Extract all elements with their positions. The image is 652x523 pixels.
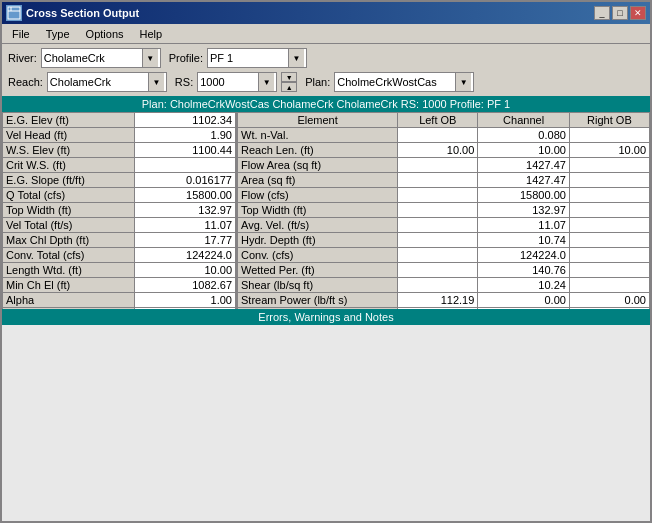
- left-value-10: 10.00: [134, 263, 235, 278]
- left-label-3: Crit W.S. (ft): [3, 158, 135, 173]
- toolbar-row2: Reach: ▼ RS: ▼ ▼ ▲ Plan: ▼: [2, 72, 650, 96]
- rs-dropdown-arrow[interactable]: ▼: [258, 73, 274, 91]
- right-channel-5: 132.97: [478, 203, 570, 218]
- left-value-9: 124224.0: [134, 248, 235, 263]
- plan-input[interactable]: [335, 73, 455, 91]
- rs-input[interactable]: [198, 73, 258, 91]
- right-element-2: Flow Area (sq ft): [238, 158, 398, 173]
- right-channel-7: 10.74: [478, 233, 570, 248]
- left-label-8: Max Chl Dpth (ft): [3, 233, 135, 248]
- right-left-ob-7: [398, 233, 478, 248]
- left-value-1: 1.90: [134, 128, 235, 143]
- left-value-3: [134, 158, 235, 173]
- right-channel-4: 15800.00: [478, 188, 570, 203]
- reach-section: Reach: ▼: [8, 72, 167, 92]
- right-right-ob-6: [569, 218, 649, 233]
- rs-spin-down[interactable]: ▼: [281, 72, 297, 82]
- rs-combo[interactable]: ▼: [197, 72, 277, 92]
- profile-label: Profile:: [169, 52, 203, 64]
- left-label-9: Conv. Total (cfs): [3, 248, 135, 263]
- reach-combo[interactable]: ▼: [47, 72, 167, 92]
- reach-input[interactable]: [48, 73, 148, 91]
- reach-dropdown-arrow[interactable]: ▼: [148, 73, 164, 91]
- right-table-row: Area (sq ft) 1427.47: [238, 173, 650, 188]
- right-channel-1: 10.00: [478, 143, 570, 158]
- profile-combo[interactable]: ▼: [207, 48, 307, 68]
- errors-content: [2, 325, 650, 522]
- left-table-row: E.G. Elev (ft) 1102.34: [3, 113, 236, 128]
- right-element-7: Hydr. Depth (ft): [238, 233, 398, 248]
- right-left-ob-3: [398, 173, 478, 188]
- right-left-ob-5: [398, 203, 478, 218]
- close-button[interactable]: ✕: [630, 6, 646, 20]
- right-table-row: Top Width (ft) 132.97: [238, 203, 650, 218]
- right-left-ob-8: [398, 248, 478, 263]
- rs-spin-up[interactable]: ▲: [281, 82, 297, 92]
- right-left-ob-10: [398, 278, 478, 293]
- menu-options[interactable]: Options: [78, 26, 132, 42]
- menu-type[interactable]: Type: [38, 26, 78, 42]
- right-channel-8: 124224.0: [478, 248, 570, 263]
- right-element-3: Area (sq ft): [238, 173, 398, 188]
- plan-combo[interactable]: ▼: [334, 72, 474, 92]
- col-header-element: Element: [238, 113, 398, 128]
- left-value-12: 1.00: [134, 293, 235, 308]
- left-value-7: 11.07: [134, 218, 235, 233]
- right-right-ob-5: [569, 203, 649, 218]
- menu-help[interactable]: Help: [132, 26, 171, 42]
- river-combo[interactable]: ▼: [41, 48, 161, 68]
- right-element-10: Shear (lb/sq ft): [238, 278, 398, 293]
- right-channel-9: 140.76: [478, 263, 570, 278]
- left-label-4: E.G. Slope (ft/ft): [3, 173, 135, 188]
- errors-bar: Errors, Warnings and Notes: [2, 309, 650, 325]
- left-table-row: Q Total (cfs) 15800.00: [3, 188, 236, 203]
- profile-dropdown-arrow[interactable]: ▼: [288, 49, 304, 67]
- maximize-button[interactable]: □: [612, 6, 628, 20]
- right-channel-2: 1427.47: [478, 158, 570, 173]
- plan-dropdown-arrow[interactable]: ▼: [455, 73, 471, 91]
- left-label-10: Length Wtd. (ft): [3, 263, 135, 278]
- right-left-ob-1: 10.00: [398, 143, 478, 158]
- left-value-11: 1082.67: [134, 278, 235, 293]
- col-header-right-ob: Right OB: [569, 113, 649, 128]
- right-right-ob-7: [569, 233, 649, 248]
- river-dropdown-arrow[interactable]: ▼: [142, 49, 158, 67]
- left-label-0: E.G. Elev (ft): [3, 113, 135, 128]
- right-left-ob-6: [398, 218, 478, 233]
- left-table-row: W.S. Elev (ft) 1100.44: [3, 143, 236, 158]
- toolbar: River: ▼ Profile: ▼: [2, 44, 650, 72]
- left-label-1: Vel Head (ft): [3, 128, 135, 143]
- menu-file[interactable]: File: [4, 26, 38, 42]
- right-table-row: Wetted Per. (ft) 140.76: [238, 263, 650, 278]
- left-table-row: E.G. Slope (ft/ft) 0.016177: [3, 173, 236, 188]
- river-input[interactable]: [42, 49, 142, 67]
- right-channel-11: 0.00: [478, 293, 570, 308]
- right-right-ob-9: [569, 263, 649, 278]
- info-bar: Plan: CholmeCrkWostCas CholameCrk Cholam…: [2, 96, 650, 112]
- right-channel-0: 0.080: [478, 128, 570, 143]
- left-label-7: Vel Total (ft/s): [3, 218, 135, 233]
- left-value-5: 15800.00: [134, 188, 235, 203]
- col-header-channel: Channel: [478, 113, 570, 128]
- profile-input[interactable]: [208, 49, 288, 67]
- right-channel-10: 10.24: [478, 278, 570, 293]
- right-table-row: Hydr. Depth (ft) 10.74: [238, 233, 650, 248]
- right-table-row: Flow Area (sq ft) 1427.47: [238, 158, 650, 173]
- left-table-row: Alpha 1.00: [3, 293, 236, 308]
- reach-label: Reach:: [8, 76, 43, 88]
- right-table-row: Flow (cfs) 15800.00: [238, 188, 650, 203]
- window-title: Cross Section Output: [26, 7, 594, 19]
- left-value-2: 1100.44: [134, 143, 235, 158]
- river-section: River: ▼: [8, 48, 161, 68]
- right-channel-6: 11.07: [478, 218, 570, 233]
- right-right-ob-0: [569, 128, 649, 143]
- rs-label: RS:: [175, 76, 193, 88]
- content-area: E.G. Elev (ft) 1102.34 Vel Head (ft) 1.9…: [2, 112, 650, 309]
- minimize-button[interactable]: _: [594, 6, 610, 20]
- left-value-4: 0.016177: [134, 173, 235, 188]
- right-data-table: Element Left OB Channel Right OB Wt. n-V…: [237, 112, 650, 309]
- left-value-8: 17.77: [134, 233, 235, 248]
- col-header-left-ob: Left OB: [398, 113, 478, 128]
- left-table-row: Max Chl Dpth (ft) 17.77: [3, 233, 236, 248]
- river-label: River:: [8, 52, 37, 64]
